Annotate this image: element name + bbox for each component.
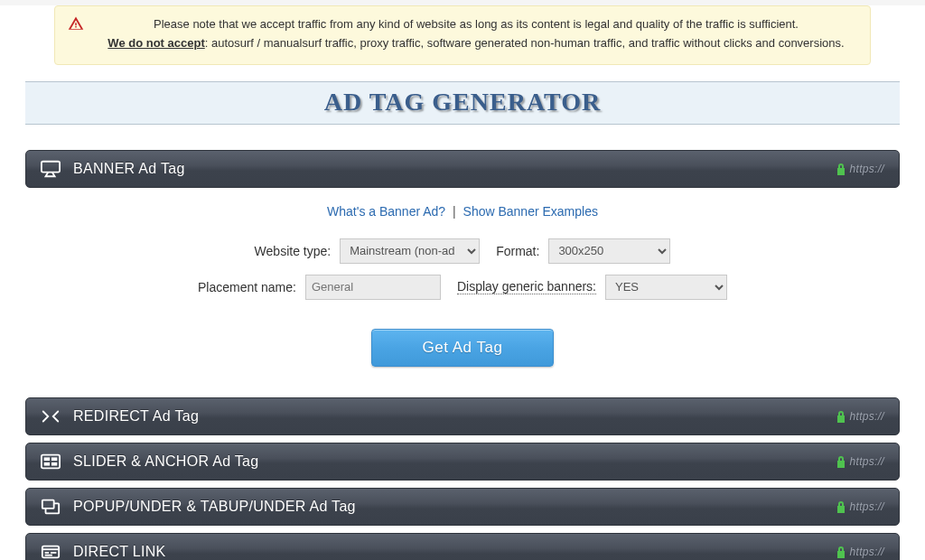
panel-banner: BANNER Ad Tag https:// What's a Banner A… bbox=[25, 150, 900, 390]
https-text: https:// bbox=[850, 500, 884, 513]
directlink-icon bbox=[41, 543, 61, 560]
lock-icon bbox=[836, 410, 846, 423]
slider-icon bbox=[41, 453, 61, 471]
svg-rect-1 bbox=[42, 454, 60, 468]
https-badge: https:// bbox=[836, 163, 884, 175]
help-separator: | bbox=[453, 204, 456, 219]
https-badge: https:// bbox=[836, 546, 884, 558]
page-title-wrap: AD TAG GENERATOR bbox=[25, 81, 900, 125]
svg-rect-7 bbox=[42, 499, 54, 508]
panel-slider-label: SLIDER & ANCHOR Ad Tag bbox=[73, 453, 823, 470]
website-type-select[interactable]: Mainstream (non-ad bbox=[340, 238, 480, 264]
https-badge: https:// bbox=[836, 455, 884, 468]
panel-banner-body: What's a Banner Ad? | Show Banner Exampl… bbox=[25, 188, 900, 390]
panel-redirect-label: REDIRECT Ad Tag bbox=[73, 408, 823, 425]
svg-rect-11 bbox=[51, 552, 56, 554]
lock-icon bbox=[836, 455, 846, 468]
notice-rest: : autosurf / manualsurf traffic, proxy t… bbox=[205, 36, 845, 50]
panel-popup: POPUP/UNDER & TABUP/UNDER Ad Tag https:/… bbox=[25, 488, 900, 526]
popup-icon bbox=[41, 498, 61, 516]
panel-popup-header[interactable]: POPUP/UNDER & TABUP/UNDER Ad Tag https:/… bbox=[25, 488, 900, 526]
warning-icon bbox=[68, 15, 84, 32]
svg-rect-10 bbox=[45, 552, 50, 554]
link-show-examples[interactable]: Show Banner Examples bbox=[463, 204, 598, 219]
page-title: AD TAG GENERATOR bbox=[25, 81, 900, 125]
redirect-icon bbox=[41, 407, 61, 425]
get-ad-tag-button[interactable]: Get Ad Tag bbox=[371, 329, 555, 367]
display-generic-label: Display generic banners: bbox=[457, 279, 596, 294]
panel-popup-label: POPUP/UNDER & TABUP/UNDER Ad Tag bbox=[73, 499, 823, 515]
svg-rect-3 bbox=[51, 457, 57, 461]
panel-redirect: REDIRECT Ad Tag https:// bbox=[25, 397, 900, 435]
format-select[interactable]: 300x250 bbox=[548, 238, 670, 264]
placement-name-input[interactable] bbox=[305, 275, 441, 300]
link-what-is-banner[interactable]: What's a Banner Ad? bbox=[327, 204, 445, 219]
display-generic-select[interactable]: YES bbox=[605, 275, 727, 300]
https-text: https:// bbox=[850, 546, 884, 558]
placement-name-label: Placement name: bbox=[198, 280, 296, 294]
https-text: https:// bbox=[850, 163, 884, 175]
https-badge: https:// bbox=[836, 500, 884, 513]
panel-banner-header[interactable]: BANNER Ad Tag https:// bbox=[25, 150, 900, 188]
lock-icon bbox=[836, 546, 846, 558]
https-text: https:// bbox=[850, 455, 884, 468]
traffic-notice: Please note that we accept traffic from … bbox=[54, 5, 871, 65]
https-badge: https:// bbox=[836, 410, 884, 423]
panel-directlink-label: DIRECT LINK bbox=[73, 544, 823, 560]
svg-rect-12 bbox=[45, 554, 52, 555]
form-row-1: Website type: Mainstream (non-ad Format:… bbox=[34, 238, 891, 264]
lock-icon bbox=[836, 500, 846, 513]
https-text: https:// bbox=[850, 410, 884, 423]
notice-line1: Please note that we accept traffic from … bbox=[100, 15, 852, 34]
website-type-label: Website type: bbox=[255, 244, 332, 258]
panel-directlink: DIRECT LINK https:// bbox=[25, 533, 900, 560]
notice-bold: We do not accept bbox=[107, 36, 204, 50]
svg-rect-2 bbox=[44, 457, 50, 461]
svg-rect-5 bbox=[51, 462, 57, 466]
panel-slider-header[interactable]: SLIDER & ANCHOR Ad Tag https:// bbox=[25, 443, 900, 481]
page-title-text: AD TAG GENERATOR bbox=[25, 88, 900, 117]
help-links: What's a Banner Ad? | Show Banner Exampl… bbox=[34, 204, 891, 219]
panel-banner-label: BANNER Ad Tag bbox=[73, 161, 823, 177]
banner-icon bbox=[41, 160, 61, 178]
notice-line2: We do not accept: autosurf / manualsurf … bbox=[100, 34, 852, 53]
svg-rect-4 bbox=[44, 462, 50, 466]
panel-redirect-header[interactable]: REDIRECT Ad Tag https:// bbox=[25, 397, 900, 435]
panel-slider: SLIDER & ANCHOR Ad Tag https:// bbox=[25, 443, 900, 481]
lock-icon bbox=[836, 163, 846, 175]
svg-rect-0 bbox=[42, 161, 60, 172]
panel-directlink-header[interactable]: DIRECT LINK https:// bbox=[25, 533, 900, 560]
form-row-2: Placement name: Display generic banners:… bbox=[34, 275, 891, 300]
format-label: Format: bbox=[496, 244, 539, 258]
